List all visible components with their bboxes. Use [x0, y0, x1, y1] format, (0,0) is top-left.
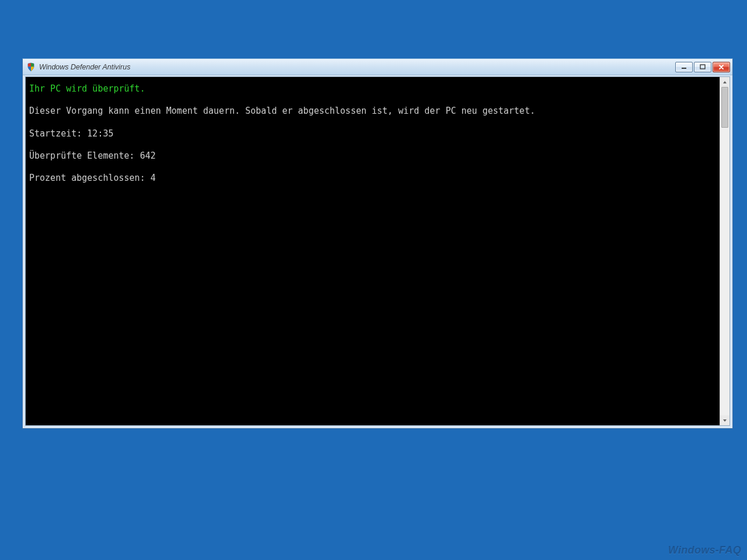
percent-value: 4: [151, 173, 156, 183]
svg-rect-0: [682, 68, 686, 69]
items-value: 642: [140, 150, 156, 161]
maximize-button[interactable]: [694, 62, 711, 72]
titlebar[interactable]: Windows Defender Antivirus: [23, 59, 732, 75]
scroll-track[interactable]: [720, 87, 729, 415]
scan-info: Dieser Vorgang kann einen Moment dauern.…: [29, 105, 716, 117]
console-output: Ihr PC wird überprüft.Dieser Vorgang kan…: [26, 77, 720, 425]
window-title: Windows Defender Antivirus: [39, 63, 672, 71]
scroll-thumb[interactable]: [721, 87, 728, 128]
start-time-label: Startzeit:: [29, 128, 82, 139]
defender-shield-icon: [26, 62, 36, 72]
percent-line: Prozent abgeschlossen: 4: [29, 172, 716, 184]
window-controls: [675, 62, 730, 72]
close-icon: [718, 64, 724, 70]
minimize-icon: [681, 64, 687, 70]
items-label: Überprüfte Elemente:: [29, 150, 135, 161]
watermark-text: Windows-FAQ: [668, 544, 741, 556]
close-button[interactable]: [713, 62, 730, 72]
scan-heading: Ihr PC wird überprüft.: [29, 83, 716, 94]
app-window: Windows Defender Antivirus Ihr PC wird ü…: [22, 58, 733, 429]
start-time-line: Startzeit: 12:35: [29, 128, 716, 139]
minimize-button[interactable]: [675, 62, 693, 72]
percent-label: Prozent abgeschlossen:: [29, 173, 145, 183]
items-line: Überprüfte Elemente: 642: [29, 150, 716, 162]
start-time-value: 12:35: [87, 128, 113, 139]
content-frame: Ihr PC wird überprüft.Dieser Vorgang kan…: [25, 76, 730, 426]
maximize-icon: [700, 64, 706, 70]
svg-rect-1: [700, 65, 705, 69]
scroll-down-arrow-icon[interactable]: [720, 415, 729, 425]
scroll-up-arrow-icon[interactable]: [720, 77, 729, 87]
vertical-scrollbar[interactable]: [720, 77, 729, 425]
